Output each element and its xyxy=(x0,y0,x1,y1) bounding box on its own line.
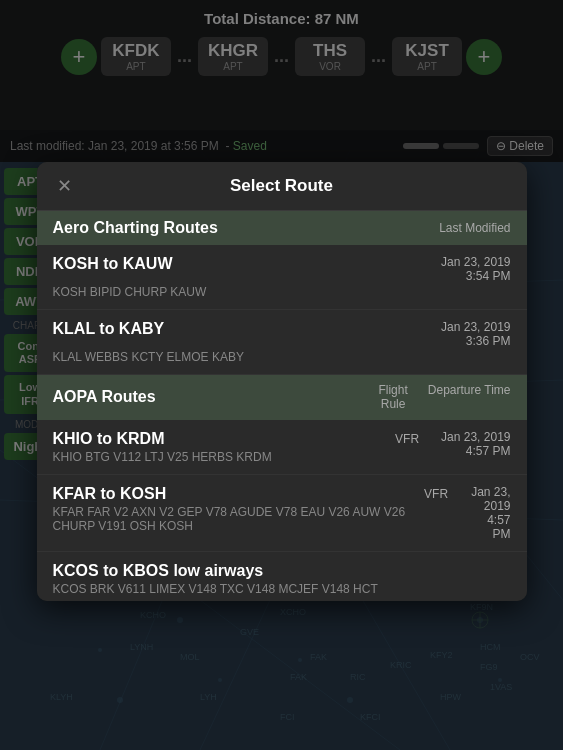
route-klal-kaby-date: Jan 23, 2019 3:36 PM xyxy=(441,320,510,348)
aopa-departure-time-label: Departure Time xyxy=(428,383,511,412)
route-item-top-3: KHIO to KRDM KHIO BTG V112 LTJ V25 HERBS… xyxy=(53,430,511,464)
aero-charting-section-meta: Last Modified xyxy=(439,221,510,235)
route-kcos-kbos-waypoints: KCOS BRK V611 LIMEX V148 TXC V148 MCJEF … xyxy=(53,582,378,596)
route-khio-krdm-waypoints: KHIO BTG V112 LTJ V25 HERBS KRDM xyxy=(53,450,272,464)
modal-close-button[interactable]: ✕ xyxy=(51,172,79,200)
route-item-top-5: KCOS to KBOS low airways KCOS BRK V611 L… xyxy=(53,562,511,596)
modal-overlay: ✕ Select Route Aero Charting Routes Last… xyxy=(0,0,563,750)
route-khio-krdm-date: Jan 23, 2019 4:57 PM xyxy=(441,430,510,458)
route-item-kcos-kbos[interactable]: KCOS to KBOS low airways KCOS BRK V611 L… xyxy=(37,552,527,601)
route-kosh-kauw-date: Jan 23, 2019 3:54 PM xyxy=(441,255,510,283)
route-kosh-kauw-title: KOSH to KAUW xyxy=(53,255,173,273)
aopa-section-name: AOPA Routes xyxy=(53,388,156,406)
route-item-top-4: KFAR to KOSH KFAR FAR V2 AXN V2 GEP V78 … xyxy=(53,485,511,541)
route-kcos-kbos-title: KCOS to KBOS low airways xyxy=(53,562,378,580)
route-khio-krdm-meta: VFR Jan 23, 2019 4:57 PM xyxy=(395,430,510,458)
route-kfar-kosh-date: Jan 23, 2019 4:57 PM xyxy=(470,485,510,541)
route-kfar-kosh-vfr: VFR xyxy=(424,487,454,501)
modal-title: Select Route xyxy=(230,176,333,196)
route-klal-kaby-title: KLAL to KABY xyxy=(53,320,165,338)
route-khio-krdm-title: KHIO to KRDM xyxy=(53,430,272,448)
route-kfar-kosh-title: KFAR to KOSH xyxy=(53,485,425,503)
route-kosh-kauw-waypoints: KOSH BIPID CHURP KAUW xyxy=(53,285,511,299)
route-kfar-kosh-waypoints: KFAR FAR V2 AXN V2 GEP V78 AGUDE V78 EAU… xyxy=(53,505,425,533)
modal-header: ✕ Select Route xyxy=(37,162,527,211)
modal-body[interactable]: Aero Charting Routes Last Modified KOSH … xyxy=(37,211,527,601)
aero-charting-section-name: Aero Charting Routes xyxy=(53,219,218,237)
route-item-top-2: KLAL to KABY Jan 23, 2019 3:36 PM xyxy=(53,320,511,348)
aopa-flight-rule-label: FlightRule xyxy=(378,383,407,412)
route-item-klal-kaby[interactable]: KLAL to KABY Jan 23, 2019 3:36 PM KLAL W… xyxy=(37,310,527,375)
route-khio-krdm-vfr: VFR xyxy=(395,432,425,446)
route-item-kfar-kosh[interactable]: KFAR to KOSH KFAR FAR V2 AXN V2 GEP V78 … xyxy=(37,475,527,552)
close-icon: ✕ xyxy=(57,175,72,197)
route-kfar-kosh-meta: VFR Jan 23, 2019 4:57 PM xyxy=(424,485,510,541)
route-item-top-1: KOSH to KAUW Jan 23, 2019 3:54 PM xyxy=(53,255,511,283)
route-klal-kaby-waypoints: KLAL WEBBS KCTY ELMOE KABY xyxy=(53,350,511,364)
aopa-section-header: AOPA Routes FlightRule Departure Time xyxy=(37,375,527,420)
route-item-khio-krdm[interactable]: KHIO to KRDM KHIO BTG V112 LTJ V25 HERBS… xyxy=(37,420,527,475)
aopa-meta-cols: FlightRule Departure Time xyxy=(378,383,510,412)
select-route-modal: ✕ Select Route Aero Charting Routes Last… xyxy=(37,162,527,601)
aero-charting-section-header: Aero Charting Routes Last Modified xyxy=(37,211,527,245)
route-item-kosh-kauw[interactable]: KOSH to KAUW Jan 23, 2019 3:54 PM KOSH B… xyxy=(37,245,527,310)
